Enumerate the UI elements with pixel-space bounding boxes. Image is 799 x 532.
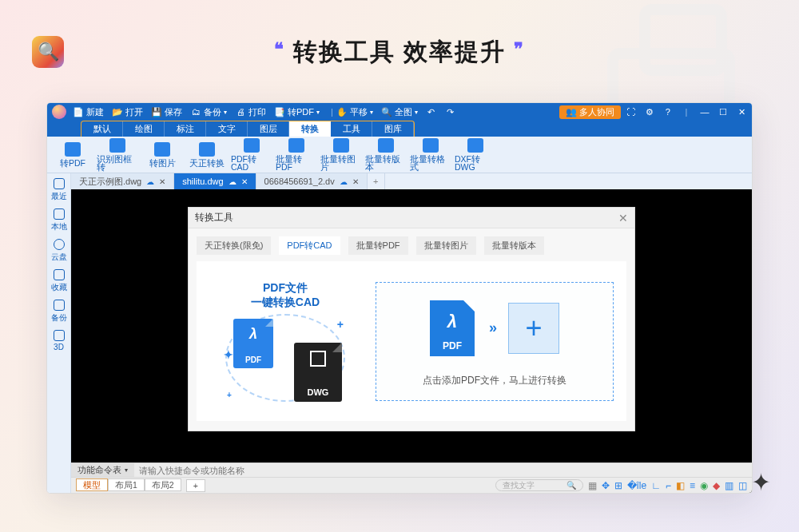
fav-icon bbox=[54, 269, 65, 280]
conversion-toolbar: 转PDF识别图框转转图片天正转换PDF转CAD批量转PDF批量转图片批量转版本批… bbox=[47, 137, 752, 173]
tool-0[interactable]: 转PDF bbox=[52, 142, 93, 168]
tool-icon bbox=[378, 138, 394, 153]
backup-icon bbox=[54, 300, 65, 311]
layout-tab-1[interactable]: 布局1 bbox=[108, 478, 145, 491]
ribbon-tab-4[interactable]: 图层 bbox=[248, 121, 289, 137]
menu-backup[interactable]: 🗂备份▾ bbox=[190, 106, 227, 118]
settings-icon[interactable]: ⚙ bbox=[644, 107, 655, 117]
cloud-sync-icon: ☁ bbox=[229, 177, 237, 186]
dialog-tabs: 天正转换(限免)PDF转CAD批量转PDF批量转图片批量转版本 bbox=[189, 228, 634, 258]
sidebar-item-3d[interactable]: 3D bbox=[54, 330, 65, 351]
add-doc-tab[interactable]: + bbox=[368, 173, 385, 189]
menu-save[interactable]: 💾保存 bbox=[151, 106, 182, 118]
maximize-icon[interactable]: ☐ bbox=[718, 107, 729, 117]
drawing-canvas[interactable]: 转换工具 ✕ 天正转换(限免)PDF转CAD批量转PDF批量转图片批量转版本 P… bbox=[71, 189, 752, 463]
cloud-sync-icon: ☁ bbox=[340, 177, 348, 186]
dialog-tab-0[interactable]: 天正转换(限免) bbox=[197, 236, 271, 255]
tool-2[interactable]: 转图片 bbox=[141, 142, 183, 168]
dialog-tab-4[interactable]: 批量转版本 bbox=[484, 236, 544, 255]
grid2-icon[interactable]: �île bbox=[627, 480, 647, 491]
cmdline-label[interactable]: 功能命令表▾ bbox=[71, 463, 134, 477]
doc-tab-2[interactable]: 0668456691_2.dv ☁ ✕ bbox=[256, 173, 368, 189]
close-window-icon[interactable]: ✕ bbox=[736, 107, 747, 117]
sidebar-item-local[interactable]: 本地 bbox=[51, 208, 67, 232]
undo-icon: ↶ bbox=[426, 107, 437, 117]
close-tab-icon[interactable]: ✕ bbox=[241, 177, 248, 186]
tool-8[interactable]: 批量转格式 bbox=[410, 138, 451, 172]
dialog-tab-1[interactable]: PDF转CAD bbox=[279, 236, 340, 255]
tracking-icon[interactable]: ◧ bbox=[676, 480, 685, 491]
osnap-icon[interactable]: ✥ bbox=[602, 480, 610, 491]
window-controls: ⛶ ⚙ ? | — ☐ ✕ bbox=[621, 107, 747, 117]
left-sidebar: 最近本地云盘收藏备份3D bbox=[47, 173, 71, 493]
print-icon: 🖨 bbox=[235, 107, 246, 117]
ribbon-tab-2[interactable]: 标注 bbox=[165, 121, 206, 137]
measure-icon[interactable]: ◫ bbox=[738, 480, 747, 491]
ribbon-tab-5[interactable]: 转换 bbox=[289, 121, 331, 137]
cmdline-input[interactable] bbox=[134, 466, 752, 475]
grid-icon[interactable]: ⊞ bbox=[614, 480, 622, 491]
tool-7[interactable]: 批量转版本 bbox=[365, 138, 407, 172]
menu-fullview[interactable]: 🔍全图▾ bbox=[381, 106, 418, 118]
menu-open[interactable]: 📂打开 bbox=[112, 106, 143, 118]
layout-tab-0[interactable]: 模型 bbox=[76, 478, 108, 491]
help-icon[interactable]: ? bbox=[662, 107, 674, 117]
tool-3[interactable]: 天正转换 bbox=[186, 142, 228, 168]
ribbon-tab-6[interactable]: 工具 bbox=[331, 121, 372, 137]
sidebar-item-fav[interactable]: 收藏 bbox=[51, 269, 67, 293]
layer-icon[interactable]: ▥ bbox=[725, 480, 733, 491]
ribbon-tab-1[interactable]: 绘图 bbox=[123, 121, 165, 137]
sidebar-item-backup[interactable]: 备份 bbox=[51, 300, 67, 324]
sidebar-item-recent[interactable]: 最近 bbox=[51, 178, 67, 202]
add-file-button[interactable]: + bbox=[508, 303, 559, 354]
tool-6[interactable]: 批量转图片 bbox=[320, 138, 362, 172]
snap-grid-icon[interactable]: ▦ bbox=[588, 480, 597, 491]
ribbon-tab-0[interactable]: 默认 bbox=[81, 121, 123, 137]
menu-new[interactable]: 📄新建 bbox=[73, 106, 104, 118]
ortho-icon[interactable]: ∟ bbox=[651, 480, 661, 491]
globe-icon[interactable]: ◉ bbox=[700, 480, 708, 491]
ribbon-tab-3[interactable]: 文字 bbox=[206, 121, 248, 137]
close-tab-icon[interactable]: ✕ bbox=[159, 177, 165, 186]
user-avatar[interactable] bbox=[52, 105, 66, 119]
promo-line1: PDF文件 bbox=[209, 280, 361, 295]
doc-tab-1[interactable]: shilitu.dwg ☁ ✕ bbox=[174, 173, 256, 189]
ribbon-tab-7[interactable]: 图库 bbox=[372, 121, 414, 137]
menu-undo[interactable]: ↶ bbox=[426, 107, 437, 117]
dropzone-pdf-icon: λ PDF bbox=[430, 300, 475, 356]
tool-4[interactable]: PDF转CAD bbox=[231, 138, 272, 172]
polar-icon[interactable]: ⌐ bbox=[666, 480, 671, 491]
tool-5[interactable]: 批量转PDF bbox=[276, 138, 317, 172]
backup-icon: 🗂 bbox=[190, 107, 201, 117]
dim-icon[interactable]: ◆ bbox=[713, 480, 720, 491]
sidebar-item-cloud[interactable]: 云盘 bbox=[51, 239, 67, 263]
add-layout-tab[interactable]: + bbox=[186, 479, 205, 492]
collab-button[interactable]: 👥 多人协同 bbox=[559, 105, 621, 119]
layout-tab-2[interactable]: 布局2 bbox=[145, 478, 181, 491]
dialog-tab-2[interactable]: 批量转PDF bbox=[348, 236, 408, 255]
dialog-header: 转换工具 ✕ bbox=[189, 208, 634, 228]
menu-pan[interactable]: ✋平移▾ bbox=[336, 106, 373, 118]
dialog-tab-3[interactable]: 批量转图片 bbox=[416, 236, 476, 255]
tool-1[interactable]: 识别图框转 bbox=[97, 138, 138, 172]
menu-redo[interactable]: ↷ bbox=[445, 107, 456, 117]
dialog-title: 转换工具 bbox=[195, 211, 233, 224]
pdf-icon: 📑 bbox=[274, 107, 285, 117]
dialog-close-icon[interactable]: ✕ bbox=[618, 212, 628, 224]
tool-icon bbox=[199, 142, 215, 157]
banner-title: ❝转换工具 效率提升❞ bbox=[0, 36, 799, 69]
pdf-dropzone[interactable]: λ PDF » + 点击添加PDF文件，马上进行转换 bbox=[376, 282, 614, 401]
menu-print[interactable]: 🖨打印 bbox=[235, 106, 266, 118]
doc-tab-0[interactable]: 天正示例图.dwg ☁ ✕ bbox=[71, 173, 174, 189]
layout-toggle-icon[interactable]: ⛶ bbox=[626, 107, 637, 117]
menu-to-pdf[interactable]: 📑转PDF▾ bbox=[274, 106, 320, 118]
close-tab-icon[interactable]: ✕ bbox=[352, 177, 359, 186]
command-line: 功能命令表▾ bbox=[71, 463, 752, 477]
minimize-icon[interactable]: — bbox=[699, 107, 710, 117]
tool-9[interactable]: DXF转DWG bbox=[455, 138, 496, 172]
search-text-input[interactable]: 查找文字🔍 bbox=[495, 479, 583, 491]
lineweight-icon[interactable]: ≡ bbox=[690, 480, 695, 491]
promo-pdf-icon: λPDF bbox=[233, 319, 273, 368]
app-window: 📄新建 📂打开 💾保存 🗂备份▾ 🖨打印 📑转PDF▾ | ✋平移▾ 🔍全图▾ … bbox=[46, 102, 753, 494]
tool-icon bbox=[467, 138, 483, 153]
